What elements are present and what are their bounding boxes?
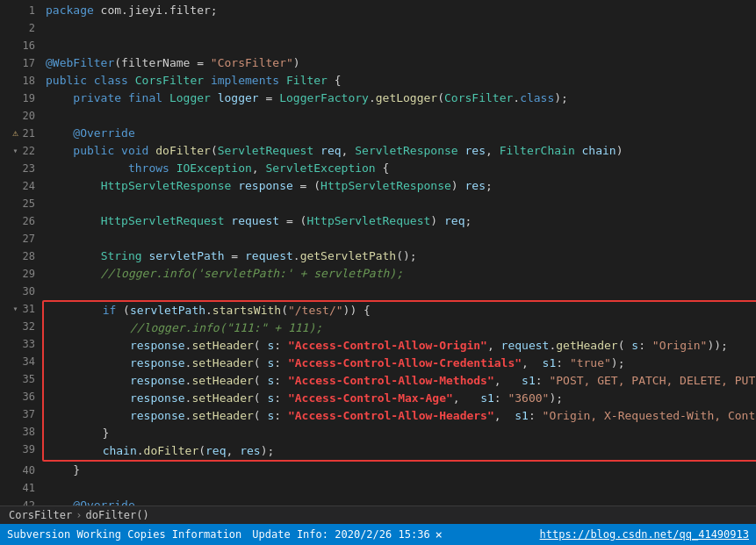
- breadcrumb-bar: CorsFilter › doFilter(): [0, 506, 756, 524]
- code-row: 40 }: [0, 462, 756, 479]
- status-left: Subversion Working Copies Information Up…: [7, 527, 443, 541]
- blog-link[interactable]: https://blog.csdn.net/qq_41490913: [540, 528, 749, 541]
- highlighted-code-row: response.setHeader( s: "Access-Control-A…: [44, 355, 756, 372]
- highlighted-code-row: }: [44, 425, 756, 442]
- highlighted-code-row: response.setHeader( s: "Access-Control-A…: [44, 337, 756, 355]
- code-row: ⚠21 @Override: [0, 125, 756, 142]
- breadcrumb-sep: ›: [76, 509, 82, 521]
- code-row: 17@WebFilter(filterName = "CorsFilter"): [0, 54, 756, 72]
- highlighted-code-row: response.setHeader( s: "Access-Control-M…: [44, 390, 756, 407]
- code-row: 1package com.jieyi.filter;: [0, 2, 756, 19]
- code-row: 41: [0, 479, 756, 497]
- post-highlight-lines: 40 }4142 @Override: [0, 462, 756, 506]
- svn-info-label[interactable]: Subversion Working Copies Information: [7, 528, 241, 541]
- highlighted-code-row: response.setHeader( s: "Access-Control-A…: [44, 372, 756, 390]
- code-row: 18public class CorsFilter implements Fil…: [0, 72, 756, 90]
- code-row: 28 String servletPath = request.getServl…: [0, 247, 756, 265]
- highlighted-code-row: response.setHeader( s: "Access-Control-A…: [44, 407, 756, 425]
- code-editor: 1package com.jieyi.filter;21617@WebFilte…: [0, 0, 756, 545]
- code-row: 26 HttpServletRequest request = (HttpSer…: [0, 212, 756, 230]
- status-right[interactable]: https://blog.csdn.net/qq_41490913: [540, 528, 749, 541]
- code-row: 2: [0, 19, 756, 37]
- breadcrumb-method[interactable]: doFilter(): [85, 509, 148, 521]
- code-row: 27: [0, 230, 756, 247]
- code-row: 25: [0, 195, 756, 212]
- code-row: 20: [0, 107, 756, 125]
- code-row: ▾22 public void doFilter(ServletRequest …: [0, 142, 756, 160]
- code-row: 24 HttpServletResponse response = (HttpS…: [0, 177, 756, 195]
- code-row: 23 throws IOException, ServletException …: [0, 160, 756, 177]
- close-button[interactable]: ×: [436, 527, 443, 541]
- highlighted-code-row: //logger.info("111:" + 111);: [44, 319, 756, 337]
- update-info-label: Update Info: 2020/2/26 15:36: [252, 528, 429, 541]
- code-row: 42 @Override: [0, 497, 756, 506]
- highlighted-code-row: chain.doFilter(req, res);: [44, 442, 756, 460]
- highlight-content-box: if (servletPath.startsWith("/test/")) { …: [42, 300, 756, 462]
- highlighted-code-row: if (servletPath.startsWith("/test/")) {: [44, 302, 756, 319]
- pre-highlight-lines: 1package com.jieyi.filter;21617@WebFilte…: [0, 2, 756, 300]
- breadcrumb-file[interactable]: CorsFilter: [9, 509, 72, 521]
- code-row: 16: [0, 37, 756, 54]
- code-area: 1package com.jieyi.filter;21617@WebFilte…: [0, 0, 756, 506]
- highlight-line-numbers: ▾313233343536373839: [0, 300, 42, 462]
- code-row: 30: [0, 283, 756, 300]
- code-row: 29 //logger.info('servletPath:' + servle…: [0, 265, 756, 283]
- code-row: 19 private final Logger logger = LoggerF…: [0, 90, 756, 107]
- status-bar: Subversion Working Copies Information Up…: [0, 524, 756, 545]
- highlight-region: ▾313233343536373839 if (servletPath.star…: [0, 300, 752, 462]
